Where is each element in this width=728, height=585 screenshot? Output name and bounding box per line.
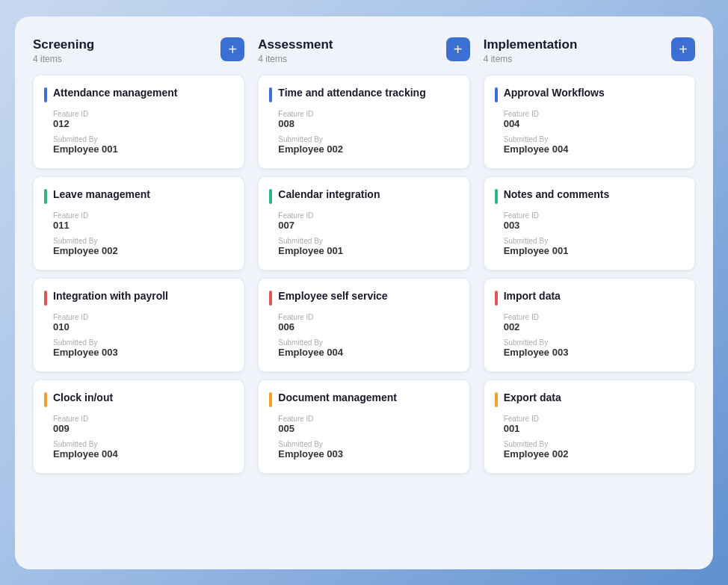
- submitted-by-label: Submitted By: [504, 237, 684, 245]
- card-accent-bar: [495, 392, 498, 407]
- cards-list-assessment: Time and attendance trackingFeature ID00…: [258, 75, 469, 474]
- feature-id-label: Feature ID: [504, 110, 684, 118]
- feature-id-label: Feature ID: [278, 211, 458, 220]
- card[interactable]: Calendar integrationFeature ID007Submitt…: [258, 176, 469, 270]
- feature-id-label: Feature ID: [53, 313, 233, 321]
- submitted-by-value: Employee 004: [53, 448, 233, 459]
- card-title: Employee self service: [278, 289, 387, 303]
- card-accent-bar: [269, 291, 272, 306]
- submitted-by-label: Submitted By: [53, 440, 233, 448]
- feature-id-label: Feature ID: [504, 211, 684, 220]
- card-accent-bar: [44, 87, 47, 102]
- column-title-implementation: Implementation: [484, 37, 578, 52]
- cards-list-implementation: Approval WorkflowsFeature ID004Submitted…: [484, 75, 695, 474]
- add-card-button-implementation[interactable]: +: [671, 37, 695, 61]
- card-accent-bar: [269, 189, 272, 204]
- card-title: Approval Workflows: [504, 86, 605, 99]
- add-card-button-screening[interactable]: +: [220, 37, 244, 61]
- submitted-by-label: Submitted By: [504, 135, 684, 143]
- feature-id-label: Feature ID: [504, 415, 684, 423]
- card-title: Time and attendance tracking: [278, 86, 425, 99]
- column-implementation: Implementation4 items+Approval Workflows…: [484, 37, 695, 474]
- submitted-by-label: Submitted By: [278, 237, 458, 245]
- column-count-screening: 4 items: [33, 54, 94, 64]
- card[interactable]: Attendance managementFeature ID012Submit…: [33, 75, 244, 169]
- cards-list-screening: Attendance managementFeature ID012Submit…: [33, 75, 244, 474]
- card-accent-bar: [495, 87, 498, 102]
- card[interactable]: Approval WorkflowsFeature ID004Submitted…: [484, 75, 695, 169]
- submitted-by-value: Employee 003: [504, 347, 684, 358]
- card-accent-bar: [44, 291, 47, 306]
- feature-id-label: Feature ID: [53, 415, 233, 423]
- feature-id-label: Feature ID: [278, 313, 458, 321]
- card-title: Import data: [504, 289, 561, 303]
- feature-id-value: 011: [53, 220, 233, 231]
- feature-id-value: 009: [53, 423, 233, 434]
- feature-id-value: 008: [278, 118, 458, 129]
- column-count-assessment: 4 items: [258, 54, 333, 64]
- card[interactable]: Integration with payrollFeature ID010Sub…: [33, 278, 244, 372]
- submitted-by-value: Employee 003: [278, 448, 458, 459]
- submitted-by-value: Employee 002: [278, 143, 458, 155]
- feature-id-value: 003: [504, 220, 684, 231]
- card-title: Export data: [504, 391, 561, 404]
- submitted-by-value: Employee 002: [53, 245, 233, 256]
- submitted-by-value: Employee 001: [278, 245, 458, 256]
- card[interactable]: Export dataFeature ID001Submitted ByEmpl…: [484, 380, 695, 474]
- card[interactable]: Clock in/outFeature ID009Submitted ByEmp…: [33, 380, 244, 474]
- feature-id-value: 006: [278, 321, 458, 332]
- columns-wrapper: Screening4 items+Attendance managementFe…: [33, 37, 695, 474]
- submitted-by-value: Employee 001: [504, 245, 684, 256]
- submitted-by-value: Employee 003: [53, 347, 233, 358]
- feature-id-value: 005: [278, 423, 458, 434]
- feature-id-value: 002: [504, 321, 684, 332]
- card-title: Notes and comments: [504, 188, 610, 201]
- submitted-by-label: Submitted By: [53, 135, 233, 143]
- feature-id-label: Feature ID: [504, 313, 684, 321]
- card-title: Document management: [278, 391, 397, 404]
- submitted-by-label: Submitted By: [53, 237, 233, 245]
- submitted-by-value: Employee 002: [504, 448, 684, 459]
- card-accent-bar: [495, 189, 498, 204]
- card[interactable]: Employee self serviceFeature ID006Submit…: [258, 278, 469, 372]
- card[interactable]: Notes and commentsFeature ID003Submitted…: [484, 176, 695, 270]
- feature-id-value: 004: [504, 118, 684, 129]
- feature-id-value: 012: [53, 118, 233, 129]
- card-accent-bar: [495, 291, 498, 306]
- feature-id-label: Feature ID: [53, 110, 233, 118]
- submitted-by-label: Submitted By: [278, 135, 458, 143]
- submitted-by-label: Submitted By: [504, 440, 684, 448]
- submitted-by-value: Employee 001: [53, 143, 233, 155]
- column-screening: Screening4 items+Attendance managementFe…: [33, 37, 244, 474]
- board-container: Screening4 items+Attendance managementFe…: [15, 16, 713, 569]
- column-assessment: Assessment4 items+Time and attendance tr…: [258, 37, 469, 474]
- card-accent-bar: [44, 392, 47, 407]
- card-accent-bar: [269, 392, 272, 407]
- feature-id-label: Feature ID: [53, 211, 233, 220]
- submitted-by-value: Employee 004: [504, 143, 684, 155]
- card-title: Calendar integration: [278, 188, 380, 201]
- column-title-screening: Screening: [33, 37, 94, 52]
- submitted-by-label: Submitted By: [53, 338, 233, 347]
- card[interactable]: Time and attendance trackingFeature ID00…: [258, 75, 469, 169]
- column-count-implementation: 4 items: [484, 54, 578, 64]
- column-header-implementation: Implementation4 items+: [484, 37, 695, 64]
- feature-id-value: 001: [504, 423, 684, 434]
- column-title-assessment: Assessment: [258, 37, 333, 52]
- card[interactable]: Leave managementFeature ID011Submitted B…: [33, 176, 244, 270]
- card-accent-bar: [44, 189, 47, 204]
- feature-id-label: Feature ID: [278, 415, 458, 423]
- column-header-assessment: Assessment4 items+: [258, 37, 469, 64]
- card-title: Attendance management: [53, 86, 177, 99]
- card[interactable]: Import dataFeature ID002Submitted ByEmpl…: [484, 278, 695, 372]
- submitted-by-value: Employee 004: [278, 347, 458, 358]
- column-header-screening: Screening4 items+: [33, 37, 244, 64]
- card-accent-bar: [269, 87, 272, 102]
- add-card-button-assessment[interactable]: +: [446, 37, 470, 61]
- submitted-by-label: Submitted By: [278, 338, 458, 347]
- feature-id-value: 007: [278, 220, 458, 231]
- card-title: Integration with payroll: [53, 289, 168, 303]
- submitted-by-label: Submitted By: [278, 440, 458, 448]
- card-title: Clock in/out: [53, 391, 113, 404]
- card[interactable]: Document managementFeature ID005Submitte…: [258, 380, 469, 474]
